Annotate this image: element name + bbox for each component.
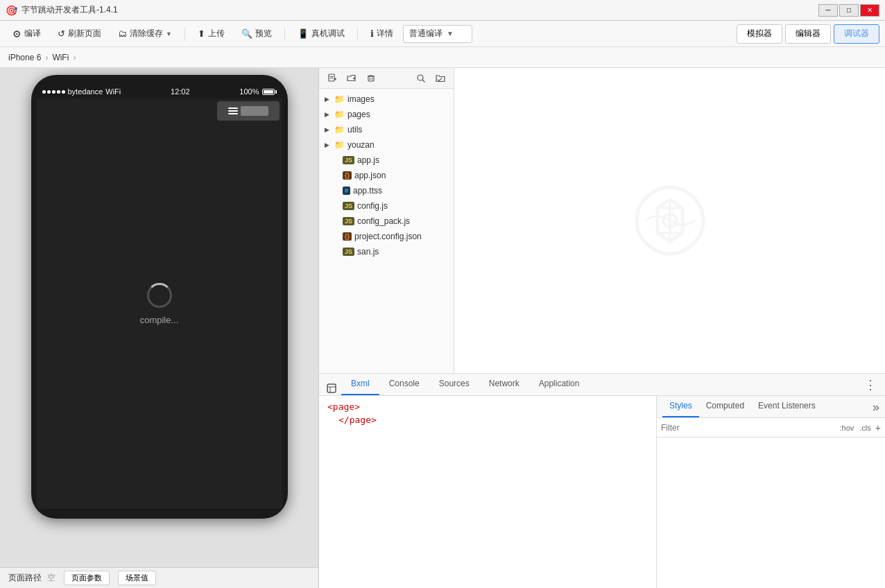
file-name: project.config.json [354,232,422,241]
refresh-button[interactable]: ↺ 刷新页面 [51,24,108,44]
breadcrumb-bar: iPhone 6 › WiFi › [0,47,885,68]
tree-item-utils[interactable]: ▶ 📁 utils [319,122,454,137]
compile-icon: ⚙ [12,28,22,40]
open-tag-text: <page> [327,401,360,412]
tab-network[interactable]: Network [479,373,529,395]
styles-more-button[interactable]: » [873,400,879,417]
tab-event-listeners[interactable]: Event Listeners [751,396,823,417]
svg-point-10 [418,75,423,80]
tree-item-app-js[interactable]: ▶ JS app.js [319,153,454,168]
loading-spinner [147,283,172,308]
new-file-button[interactable] [325,71,340,86]
right-panel: ▶ 📁 images ▶ 📁 pages ▶ 📁 utils [319,68,885,588]
signal-dot-1 [42,90,46,94]
clear-cache-icon: 🗂 [118,28,127,39]
device-name[interactable]: iPhone 6 [8,53,41,62]
ttss-file-icon: # [343,187,350,195]
js-file-icon: JS [343,202,354,210]
devtools-tabs: Bxml Console Sources Network Application… [319,374,885,396]
real-device-button[interactable]: 📱 真机调试 [291,24,352,44]
maximize-button[interactable]: □ [839,4,859,17]
status-bar-right: 100% [239,87,276,96]
clear-cache-button[interactable]: 🗂 清除缓存 ▼ [111,24,179,44]
tab-computed[interactable]: Computed [699,396,751,417]
real-device-icon: 📱 [298,28,309,39]
chevron-icon-1: › [45,53,48,62]
details-button[interactable]: ℹ 详情 [363,24,400,44]
close-button[interactable]: ✕ [860,4,879,17]
tree-item-app-ttss[interactable]: ▶ # app.ttss [319,183,454,198]
battery-percent: 100% [239,87,259,96]
file-name: utils [347,125,362,135]
devtools-content: <page> </page> Styles Computed [319,396,885,588]
devtools-panel: Bxml Console Sources Network Application… [319,373,885,588]
tree-item-images[interactable]: ▶ 📁 images [319,92,454,107]
scene-value-button[interactable]: 场景值 [118,571,156,585]
tree-item-config-js[interactable]: ▶ JS config.js [319,198,454,214]
filter-add-button[interactable]: + [875,422,881,433]
styles-more-icon: » [873,400,879,415]
folder-icon: 📁 [334,125,345,135]
tab-styles-label: Styles [669,401,692,410]
file-name: app.js [357,155,379,165]
filter-cls-tag[interactable]: .cls [858,423,873,433]
network-type[interactable]: WiFi [52,53,69,62]
tab-event-listeners-label: Event Listeners [758,401,816,410]
file-name: config.js [357,201,388,211]
nav-line-1 [228,107,238,109]
simulator-button[interactable]: 模拟器 [737,24,782,44]
tab-console[interactable]: Console [379,373,429,395]
real-device-label: 真机调试 [311,28,345,40]
file-tree-content: ▶ 📁 images ▶ 📁 pages ▶ 📁 utils [319,89,454,373]
search-icon [416,74,426,83]
toolbar-divider-1 [184,27,185,41]
folder-arrow-icon: ▶ [325,141,333,148]
carrier-name: bytedance [68,87,103,96]
svg-rect-7 [368,76,374,81]
network-type-status: WiFi [105,87,121,96]
tree-item-project-config-json[interactable]: ▶ {} project.config.json [319,229,454,244]
open-folder-button[interactable] [433,71,448,86]
page-path-item: 页面路径 空 [8,572,55,584]
tab-bxml-label: Bxml [351,379,370,388]
devtools-inspect-icon[interactable] [325,381,338,395]
js-file-icon: JS [343,156,354,164]
upload-button[interactable]: ⬆ 上传 [191,24,232,44]
tab-sources[interactable]: Sources [429,373,479,395]
file-tree-toolbar [319,68,454,89]
tab-styles[interactable]: Styles [662,396,699,417]
new-folder-button[interactable] [344,71,359,86]
tree-item-youzan[interactable]: ▶ 📁 youzan [319,137,454,153]
tab-application[interactable]: Application [529,373,590,395]
tab-bxml[interactable]: Bxml [341,373,379,395]
compile-button[interactable]: ⚙ 编译 [6,24,48,44]
simulator-bottom-bar: 页面路径 空 页面参数 场景值 [0,567,318,588]
editor-button[interactable]: 编辑器 [785,24,831,44]
preview-button[interactable]: 🔍 预览 [234,24,279,44]
signal-dot-2 [47,90,51,94]
devtools-more-button[interactable]: ⋮ [864,377,879,395]
debugger-button[interactable]: 调试器 [834,24,879,44]
delete-icon [366,74,376,83]
tree-item-config-pack-js[interactable]: ▶ JS config_pack.js [319,214,454,229]
tree-item-app-json[interactable]: ▶ {} app.json [319,168,454,183]
upload-icon: ⬆ [198,28,205,39]
preview-icon: 🔍 [241,28,252,39]
new-folder-icon [347,74,356,83]
styles-filter-input[interactable] [661,423,836,433]
styles-panel: Styles Computed Event Listeners » [656,396,885,588]
title-bar: 🎯 字节跳动开发者工具-1.4.1 ─ □ ✕ [0,0,885,21]
tree-item-pages[interactable]: ▶ 📁 pages [319,107,454,122]
minimize-button[interactable]: ─ [818,4,838,17]
search-file-button[interactable] [413,71,429,86]
page-params-button[interactable]: 页面参数 [64,571,110,585]
status-bar-left: bytedance WiFi [42,87,121,96]
tree-item-san-js[interactable]: ▶ JS san.js [319,244,454,259]
app-icon: 🎯 [6,5,17,16]
delete-file-button[interactable] [363,71,379,86]
compile-mode-select[interactable]: 普通编译 ▼ [403,25,472,43]
folder-arrow-icon: ▶ [325,126,333,133]
file-name: images [347,94,375,104]
tab-network-label: Network [489,379,519,388]
filter-hov-tag[interactable]: :hov [839,423,856,433]
